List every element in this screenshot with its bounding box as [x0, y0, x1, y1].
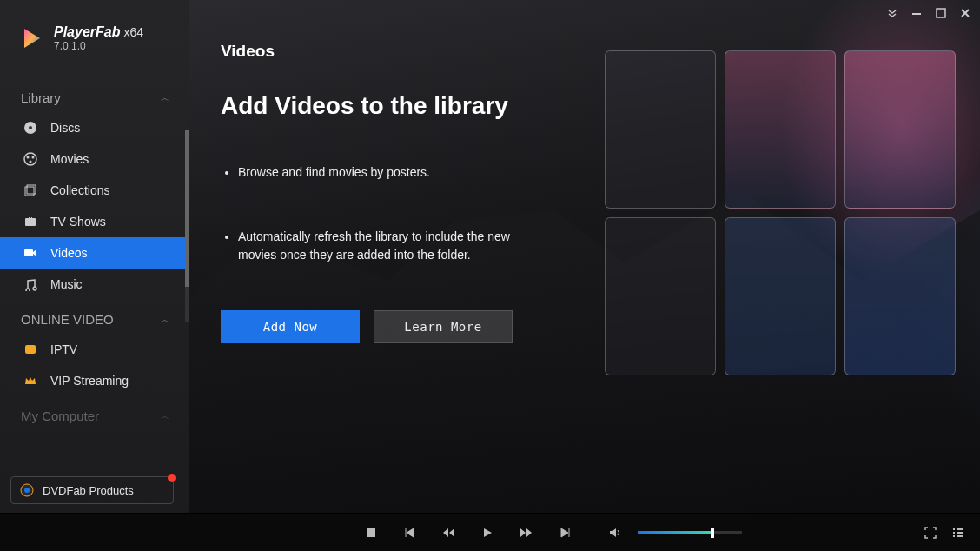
- sidebar-item-label: TV Shows: [50, 215, 106, 229]
- learn-more-button[interactable]: Learn More: [374, 310, 513, 343]
- sidebar-item-discs[interactable]: Discs: [0, 112, 189, 143]
- sidebar: PlayerFabx64 7.0.1.0 Library ︿ Discs Mov…: [0, 0, 189, 513]
- playlist-icon[interactable]: [952, 527, 964, 539]
- volume-icon[interactable]: [608, 526, 622, 540]
- section-my-computer[interactable]: My Computer ︿: [0, 402, 189, 430]
- rewind-icon[interactable]: [441, 527, 455, 539]
- sidebar-item-iptv[interactable]: IPTV: [0, 334, 189, 365]
- svg-rect-21: [957, 535, 963, 537]
- svg-point-3: [29, 126, 32, 129]
- music-icon: [23, 276, 38, 292]
- sidebar-item-label: IPTV: [50, 342, 77, 356]
- volume-slider[interactable]: [638, 531, 742, 534]
- section-online-label: ONLINE VIDEO: [21, 312, 114, 327]
- section-online-video[interactable]: ONLINE VIDEO ︿: [0, 305, 189, 334]
- sidebar-item-label: Movies: [50, 152, 89, 166]
- page-heading: Add Videos to the library: [221, 92, 949, 120]
- film-icon: [23, 151, 38, 167]
- feature-bullet: Browse and find movies by posters.: [238, 163, 516, 181]
- volume-thumb[interactable]: [711, 528, 714, 538]
- svg-point-14: [24, 488, 30, 493]
- svg-rect-19: [957, 532, 963, 534]
- window-controls: [886, 7, 971, 19]
- svg-rect-12: [25, 345, 36, 354]
- sidebar-item-collections[interactable]: Collections: [0, 175, 189, 206]
- crown-icon: [23, 373, 38, 388]
- transport-controls: [365, 527, 572, 539]
- svg-rect-16: [953, 528, 955, 530]
- previous-icon[interactable]: [403, 527, 415, 539]
- volume-fill: [638, 531, 711, 534]
- main-content: Videos Add Videos to the library Browse …: [189, 0, 980, 513]
- svg-rect-20: [953, 535, 955, 537]
- right-player-controls: [924, 527, 964, 539]
- section-library-label: Library: [21, 90, 61, 105]
- svg-rect-17: [957, 528, 963, 530]
- sidebar-item-label: Collections: [50, 183, 109, 197]
- svg-rect-15: [367, 528, 375, 537]
- sidebar-item-music[interactable]: Music: [0, 269, 189, 300]
- scrollbar-thumb[interactable]: [185, 130, 189, 287]
- svg-point-7: [30, 161, 32, 163]
- sidebar-item-tvshows[interactable]: TV Shows: [0, 206, 189, 237]
- close-icon[interactable]: [959, 7, 971, 19]
- app-version: 7.0.1.0: [54, 40, 143, 52]
- chevron-up-icon: ︿: [161, 314, 169, 326]
- video-icon: [23, 245, 38, 261]
- section-computer-label: My Computer: [21, 408, 99, 423]
- svg-point-5: [27, 156, 30, 159]
- dvdfab-products-button[interactable]: DVDFab Products: [10, 476, 174, 504]
- tv-icon: [23, 214, 38, 229]
- disc-icon: [23, 120, 38, 136]
- fast-forward-icon[interactable]: [520, 527, 533, 539]
- page-title: Videos: [221, 42, 949, 61]
- svg-point-4: [24, 153, 36, 165]
- svg-rect-18: [953, 532, 955, 534]
- svg-rect-0: [912, 13, 921, 15]
- dvdfab-icon: [20, 483, 34, 497]
- section-library[interactable]: Library ︿: [0, 83, 189, 112]
- app-brand: PlayerFabx64 7.0.1.0: [0, 24, 189, 52]
- app-name: PlayerFab: [54, 24, 120, 39]
- volume-control: [608, 526, 742, 540]
- sidebar-item-videos[interactable]: Videos: [0, 237, 189, 269]
- sidebar-item-label: Music: [50, 277, 83, 291]
- sidebar-item-label: Discs: [50, 121, 80, 135]
- sidebar-item-vip-streaming[interactable]: VIP Streaming: [0, 365, 189, 396]
- chevron-up-icon: ︿: [161, 410, 169, 422]
- play-icon[interactable]: [481, 527, 493, 539]
- fullscreen-icon[interactable]: [924, 527, 937, 539]
- feature-bullet: Automatically refresh the library to inc…: [238, 228, 516, 263]
- add-now-button[interactable]: Add Now: [221, 310, 360, 343]
- chevron-up-icon: ︿: [161, 92, 169, 104]
- notification-dot-icon: [168, 474, 176, 482]
- dropdown-icon[interactable]: [886, 7, 898, 19]
- app-arch: x64: [123, 25, 143, 39]
- sidebar-scrollbar[interactable]: [185, 130, 189, 322]
- promo-label: DVDFab Products: [43, 484, 134, 497]
- sidebar-item-movies[interactable]: Movies: [0, 143, 189, 175]
- collections-icon: [23, 183, 38, 198]
- app-logo-icon: [19, 25, 45, 51]
- sidebar-item-label: Videos: [50, 246, 88, 260]
- svg-rect-1: [937, 9, 945, 17]
- svg-rect-11: [24, 249, 33, 256]
- stop-icon[interactable]: [365, 527, 377, 539]
- maximize-icon[interactable]: [935, 7, 947, 19]
- sidebar-item-label: VIP Streaming: [50, 374, 129, 388]
- svg-point-6: [32, 156, 35, 159]
- iptv-icon: [23, 342, 38, 357]
- player-bar: [0, 513, 980, 551]
- minimize-icon[interactable]: [910, 7, 923, 19]
- next-icon[interactable]: [560, 527, 572, 539]
